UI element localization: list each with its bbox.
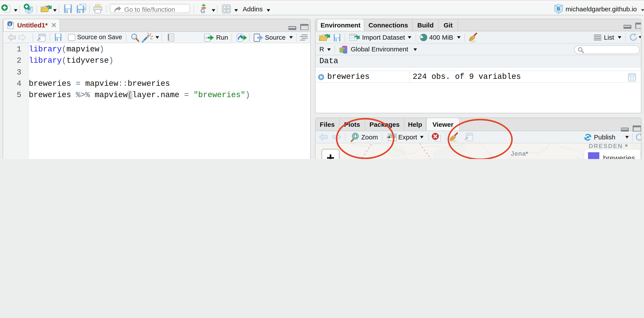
svg-text:DRESDEN: DRESDEN (589, 143, 623, 149)
svg-text:R: R (557, 6, 560, 11)
svg-text:G: G (200, 8, 205, 13)
svg-text:breweries: breweries (603, 154, 635, 159)
svg-text:Jena: Jena (511, 150, 526, 157)
svg-text:R: R (9, 22, 12, 27)
